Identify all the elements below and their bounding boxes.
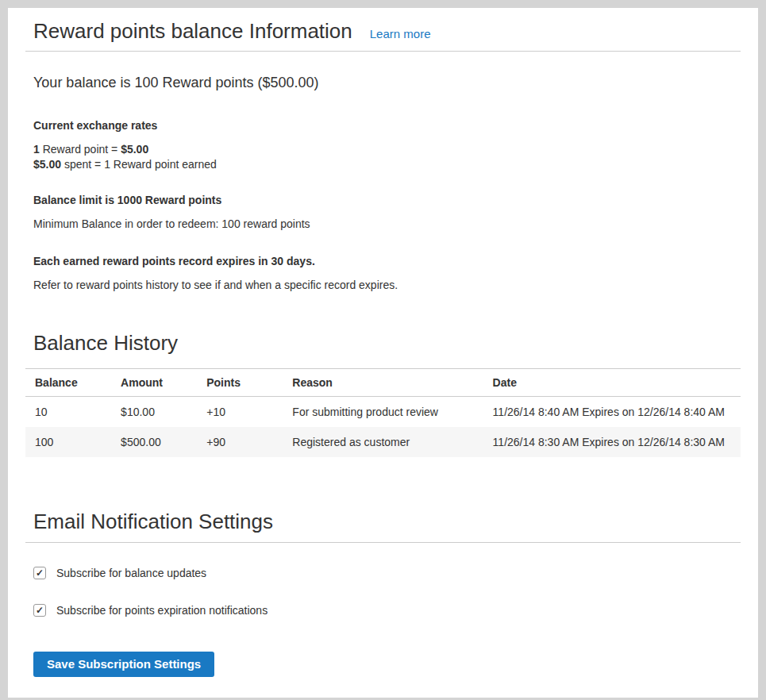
table-body: 10 $10.00 +10 For submitting product rev… xyxy=(25,397,741,458)
exchange-rate-value: $5.00 xyxy=(33,158,61,171)
cell-amount: $500.00 xyxy=(111,427,197,457)
balance-info-section: Your balance is 100 Reward points ($500.… xyxy=(25,75,741,356)
table-row: 100 $500.00 +90 Registered as customer 1… xyxy=(25,427,741,457)
expiry-text: Each earned reward points record expires… xyxy=(33,255,733,267)
exchange-rate-lines: 1 Reward point = $5.00 $5.00 spent = 1 R… xyxy=(33,142,733,172)
page-title: Reward points balance Information xyxy=(33,19,352,44)
balance-updates-checkbox[interactable]: ✓ xyxy=(33,567,46,579)
cell-reason: For submitting product review xyxy=(283,397,483,428)
subscription-options: ✓ Subscribe for balance updates ✓ Subscr… xyxy=(25,567,741,677)
balance-history-table: Balance Amount Points Reason Date 10 $10… xyxy=(25,368,741,457)
cell-points: +10 xyxy=(197,397,283,428)
column-header-points: Points xyxy=(197,369,283,397)
email-settings-heading: Email Notification Settings xyxy=(33,510,733,534)
exchange-rate-spend-line: $5.00 spent = 1 Reward point earned xyxy=(33,158,217,171)
expiration-notifications-checkbox[interactable]: ✓ xyxy=(33,604,46,617)
exchange-rate-text: spent = 1 Reward point earned xyxy=(61,158,217,171)
column-header-date: Date xyxy=(483,369,741,397)
cell-date: 11/26/14 8:30 AM Expires on 12/26/14 8:3… xyxy=(483,427,741,457)
checkmark-icon: ✓ xyxy=(36,606,44,615)
balance-summary: Your balance is 100 Reward points ($500.… xyxy=(33,75,733,91)
column-header-reason: Reason xyxy=(283,369,483,397)
cell-balance: 10 xyxy=(25,397,111,428)
exchange-rate-text: Reward point = xyxy=(40,143,121,156)
table-header: Balance Amount Points Reason Date xyxy=(25,369,741,397)
cell-amount: $10.00 xyxy=(111,397,197,428)
column-header-balance: Balance xyxy=(25,369,111,397)
learn-more-link[interactable]: Learn more xyxy=(370,27,431,40)
cell-reason: Registered as customer xyxy=(283,427,483,457)
cell-date: 11/26/14 8:40 AM Expires on 12/26/14 8:4… xyxy=(483,397,741,428)
reward-info-panel: Reward points balance Information Learn … xyxy=(8,8,758,698)
table-row: 10 $10.00 +10 For submitting product rev… xyxy=(25,397,741,428)
cell-points: +90 xyxy=(197,427,283,457)
exchange-rate-value: $5.00 xyxy=(121,143,148,156)
expiration-notifications-option: ✓ Subscribe for points expiration notifi… xyxy=(33,604,733,617)
expiration-notifications-label: Subscribe for points expiration notifica… xyxy=(56,604,268,617)
checkmark-icon: ✓ xyxy=(36,568,44,578)
balance-history-heading: Balance History xyxy=(33,331,733,356)
balance-updates-label: Subscribe for balance updates xyxy=(56,567,206,579)
balance-updates-option: ✓ Subscribe for balance updates xyxy=(33,567,733,579)
exchange-rates-heading: Current exchange rates xyxy=(33,119,733,132)
cell-balance: 100 xyxy=(25,427,111,457)
page-header: Reward points balance Information Learn … xyxy=(25,19,741,44)
exchange-rate-earn-line: 1 Reward point = $5.00 xyxy=(33,143,148,156)
email-notification-section: Email Notification Settings xyxy=(25,510,741,534)
email-settings-divider xyxy=(25,542,741,543)
save-subscription-settings-button[interactable]: Save Subscription Settings xyxy=(33,652,214,677)
table-header-row: Balance Amount Points Reason Date xyxy=(25,369,741,397)
balance-limit-text: Balance limit is 1000 Reward points xyxy=(33,194,733,206)
exchange-rate-value: 1 xyxy=(33,143,40,156)
expiry-note-text: Refer to reward points history to see if… xyxy=(33,278,733,293)
header-divider xyxy=(25,51,741,52)
minimum-balance-text: Minimum Balance in order to redeem: 100 … xyxy=(33,217,733,232)
column-header-amount: Amount xyxy=(111,369,197,397)
